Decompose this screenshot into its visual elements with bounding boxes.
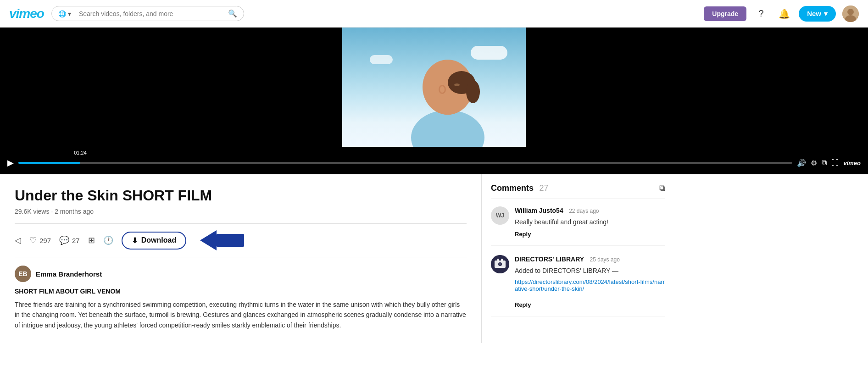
video-info: Under the Skin SHORT FILM 29.6K views · …: [0, 174, 482, 343]
heart-icon: ♡: [29, 235, 37, 245]
like-button[interactable]: ♡ 297: [29, 235, 51, 245]
time-tooltip: 01:24: [71, 149, 89, 156]
video-player: ▶ 01:24 🔊 ⚙ ⧉ ⛶ vimeo: [0, 28, 868, 174]
avatar-image: [842, 6, 859, 22]
search-icon[interactable]: 🔍: [228, 9, 237, 18]
progress-filled: [18, 162, 80, 164]
svg-point-7: [466, 80, 480, 103]
comment-username[interactable]: William Justo54: [515, 207, 563, 214]
arrow-head: [200, 230, 217, 250]
video-title: Under the Skin SHORT FILM: [15, 187, 467, 204]
creator-row: EB Emma Branderhorst: [15, 266, 467, 282]
video-frame: [342, 28, 526, 147]
search-bar: 🌐 ▾ 🔍: [51, 6, 244, 21]
comments-count-action: 27: [72, 237, 80, 244]
expand-icon[interactable]: ⧉: [659, 183, 665, 193]
layers-icon: ⊞: [88, 235, 95, 245]
collections-button[interactable]: ⊞: [88, 235, 95, 245]
help-button[interactable]: ?: [753, 6, 769, 22]
svg-point-10: [440, 86, 445, 93]
share-button[interactable]: ◁: [15, 235, 21, 245]
header-right: Upgrade ? 🔔 New ▾: [704, 6, 859, 22]
cloud-decoration-2: [370, 55, 393, 64]
bell-icon: 🔔: [779, 8, 790, 19]
sky-background: [342, 28, 526, 147]
svg-rect-13: [497, 259, 499, 261]
download-button[interactable]: ⬇ Download: [122, 232, 186, 250]
comment-item: DIRECTORS' LIBRARY 25 days ago Added to …: [491, 255, 665, 316]
comment-item: WJ William Justo54 22 days ago Really be…: [491, 206, 665, 246]
arrow-body: [217, 234, 244, 247]
globe-icon: 🌐: [58, 10, 66, 17]
comment-body: William Justo54 22 days ago Really beaut…: [515, 206, 665, 238]
watch-later-button[interactable]: 🕐: [103, 235, 113, 245]
globe-language-button[interactable]: 🌐 ▾: [58, 10, 75, 17]
reply-button[interactable]: Reply: [515, 231, 531, 238]
comments-header: Comments 27 ⧉: [491, 183, 665, 199]
avatar[interactable]: [842, 6, 859, 22]
creator-avatar[interactable]: EB: [15, 266, 31, 282]
svg-rect-14: [501, 259, 503, 261]
directors-avatar: [491, 255, 509, 273]
comment-username-2[interactable]: DIRECTORS' LIBRARY: [515, 255, 584, 263]
directors-avatar-image: [491, 255, 509, 273]
video-thumbnail: ▶ 01:24 🔊 ⚙ ⧉ ⛶ vimeo: [0, 28, 868, 174]
notifications-button[interactable]: 🔔: [776, 6, 792, 22]
fullscreen-icon[interactable]: ⛶: [831, 159, 839, 167]
help-icon: ?: [759, 8, 764, 19]
play-button[interactable]: ▶: [7, 158, 14, 168]
video-controls: ▶ 01:24 🔊 ⚙ ⧉ ⛶ vimeo: [0, 151, 868, 174]
globe-chevron: ▾: [68, 10, 71, 17]
reply-button-2[interactable]: Reply: [515, 301, 531, 308]
svg-point-1: [847, 9, 854, 15]
clock-icon: 🕐: [103, 235, 113, 245]
girl-silhouette: [397, 37, 498, 147]
download-wrapper: ⬇ Download: [122, 230, 244, 250]
volume-icon[interactable]: 🔊: [797, 159, 806, 167]
comment-link[interactable]: https://directorslibrary.com/08/2024/lat…: [515, 278, 665, 292]
svg-point-3: [411, 110, 484, 147]
arrow-annotation: [200, 230, 244, 250]
download-icon: ⬇: [132, 236, 138, 245]
upgrade-button[interactable]: Upgrade: [704, 6, 746, 21]
svg-point-8: [454, 83, 460, 86]
download-label: Download: [141, 236, 176, 244]
comment-icon: 💬: [59, 235, 69, 245]
header: vimeo 🌐 ▾ 🔍 Upgrade ? 🔔 New ▾: [0, 0, 868, 28]
svg-point-16: [499, 263, 501, 266]
creator-name[interactable]: Emma Branderhorst: [36, 270, 102, 278]
chevron-down-icon: ▾: [824, 10, 828, 18]
action-bar: ◁ ♡ 297 💬 27 ⊞ 🕐 ⬇: [15, 223, 467, 257]
comments-header-left: Comments 27: [491, 183, 549, 193]
views-count: 29.6K views: [15, 208, 49, 215]
comments-button[interactable]: 💬 27: [59, 235, 80, 245]
comment-time-2: 25 days ago: [590, 256, 620, 263]
comments-title: Comments: [491, 183, 534, 193]
meta-separator: ·: [51, 208, 55, 215]
video-meta: 29.6K views · 2 months ago: [15, 208, 467, 215]
vimeo-logo: vimeo: [9, 6, 44, 21]
film-description: Three friends are training for a synchro…: [15, 299, 467, 330]
comment-body-2: DIRECTORS' LIBRARY 25 days ago Added to …: [515, 255, 665, 309]
likes-count: 297: [39, 237, 51, 244]
comments-total-count: 27: [539, 183, 548, 193]
progress-bar[interactable]: 01:24: [18, 162, 792, 164]
comment-text-2: Added to DIRECTORS' LIBRARY —: [515, 266, 665, 276]
search-input[interactable]: [79, 10, 228, 17]
vimeo-watermark: vimeo: [843, 160, 861, 166]
bottom-panel: Under the Skin SHORT FILM 29.6K views · …: [0, 174, 868, 343]
share-icon: ◁: [15, 235, 21, 245]
settings-icon[interactable]: ⚙: [811, 159, 817, 167]
time-ago: 2 months ago: [55, 208, 94, 215]
comment-text: Really beautiful and great acting!: [515, 217, 665, 227]
comment-time: 22 days ago: [569, 208, 599, 214]
picture-in-picture-icon[interactable]: ⧉: [822, 159, 827, 167]
comments-panel: Comments 27 ⧉ WJ William Justo54 22 days…: [482, 174, 674, 343]
avatar-initials: WJ: [496, 212, 504, 219]
commenter-avatar: WJ: [491, 206, 509, 225]
new-button[interactable]: New ▾: [799, 6, 836, 22]
film-subtitle: SHORT FILM ABOUT GIRL VENOM: [15, 288, 467, 295]
